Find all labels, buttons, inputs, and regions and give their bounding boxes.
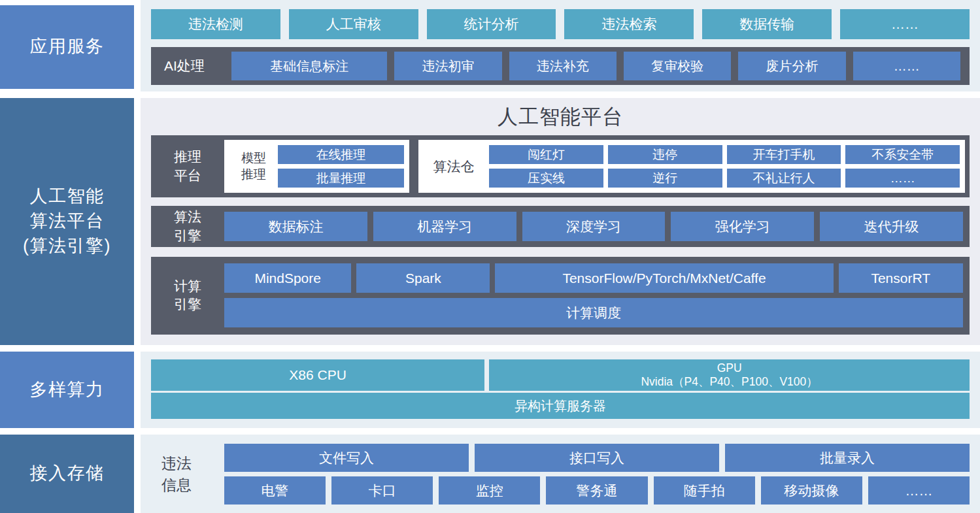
model-inference-buttons: 在线推理 批量推理: [278, 145, 404, 188]
sidebar-item-ai-algo-platform: 人工智能 算法平台 (算法引擎): [0, 98, 134, 345]
sidebar-label-line: (算法引擎): [23, 234, 111, 259]
block-red-light-running: 闯红灯: [489, 145, 603, 164]
sidebar-label-line: 人工智能: [30, 184, 105, 209]
block-checkpoint: 卡口: [331, 476, 433, 505]
block-compute-scheduling: 计算调度: [224, 298, 963, 327]
block-heterogeneous-server: 异构计算服务器: [151, 393, 970, 419]
frameworks-row: MindSpore Spark TensorFlow/PyTorch/MxNet…: [224, 263, 963, 293]
block-machine-learning: 机器学习: [373, 212, 516, 241]
ai-platform-architecture-diagram: 应用服务 违法检测 人工审核 统计分析 违法检索 数据传输 …… AI处理 基础…: [0, 0, 980, 513]
ai-platform-title: 人工智能平台: [151, 98, 970, 135]
storage-panel: 违法 信息 文件写入 接口写入 批量录入 电警 卡口 监控 警务通 随手拍 移动…: [141, 435, 980, 513]
algo-warehouse-grid: 闯红灯 违停 开车打手机 不系安全带 压实线 逆行 不礼让行人 ……: [489, 145, 960, 188]
block-online-inference: 在线推理: [278, 145, 404, 164]
block-waste-frame-analysis: 废片分析: [738, 52, 845, 80]
app-services-top-row: 违法检测 人工审核 统计分析 违法检索 数据传输 ……: [151, 9, 970, 39]
block-surveillance: 监控: [439, 476, 540, 505]
block-x86-cpu: X86 CPU: [151, 359, 484, 391]
block-basic-info-labeling: 基础信息标注: [231, 52, 387, 80]
block-more-ellipsis: ……: [845, 169, 960, 188]
block-spark: Spark: [356, 263, 490, 293]
algo-warehouse-box: 算法仓 闯红灯 违停 开车打手机 不系安全带 压实线 逆行 不礼让行人 ……: [418, 140, 965, 193]
inference-platform-row: 推理 平台 模型 推理 在线推理 批量推理 算法仓 闯红灯 违停 开车打手机: [151, 135, 970, 197]
app-services-panel: 违法检测 人工审核 统计分析 违法检索 数据传输 …… AI处理 基础信息标注 …: [141, 0, 980, 91]
block-recheck-verify: 复审校验: [624, 52, 731, 80]
sidebar-item-computing-power: 多样算力: [0, 352, 134, 428]
block-snapshot-app: 随手拍: [654, 476, 755, 505]
block-more-ellipsis: ……: [868, 476, 970, 505]
gpu-models-line: Nvidia（P4、P40、P100、V100）: [641, 375, 817, 389]
block-electronic-police: 电警: [224, 476, 326, 505]
algo-engine-buttons: 数据标注 机器学习 深度学习 强化学习 迭代升级: [224, 212, 963, 241]
sidebar-label: 应用服务: [30, 35, 105, 59]
block-solid-line-crossing: 压实线: [489, 169, 603, 188]
block-police-terminal: 警务通: [546, 476, 647, 505]
block-batch-inference: 批量推理: [278, 169, 404, 188]
algo-warehouse-label: 算法仓: [418, 157, 489, 175]
sidebar-label: 多样算力: [30, 378, 105, 403]
computing-power-panel: X86 CPU GPU Nvidia（P4、P40、P100、V100） 异构计…: [141, 352, 980, 428]
algo-engine-row: 算法 引擎 数据标注 机器学习 深度学习 强化学习 迭代升级: [151, 206, 970, 247]
block-reinforcement-learning: 强化学习: [671, 212, 814, 241]
sidebar-label: 接入存储: [30, 461, 105, 486]
block-phone-while-driving: 开车打手机: [727, 145, 841, 164]
model-inference-box: 模型 推理 在线推理 批量推理: [224, 140, 409, 193]
storage-buttons: 文件写入 接口写入 批量录入 电警 卡口 监控 警务通 随手拍 移动摄像 ……: [224, 444, 970, 505]
block-data-transfer: 数据传输: [702, 9, 832, 39]
data-sources-row: 电警 卡口 监控 警务通 随手拍 移动摄像 ……: [224, 476, 970, 505]
block-more-ellipsis: ……: [853, 52, 960, 80]
block-more-ellipsis: ……: [840, 9, 970, 39]
block-iterative-upgrade: 迭代升级: [820, 212, 963, 241]
block-tensorrt: TensorRT: [839, 263, 963, 293]
illegal-info-label: 违法 信息: [151, 444, 224, 505]
block-mobile-camera: 移动摄像: [761, 476, 862, 505]
sidebar-item-storage: 接入存储: [0, 435, 134, 513]
block-not-yielding-pedestrians: 不礼让行人: [727, 169, 841, 188]
algo-engine-label: 算法 引擎: [151, 208, 224, 245]
block-mindspore: MindSpore: [224, 263, 351, 293]
block-data-labeling: 数据标注: [224, 212, 367, 241]
block-manual-review: 人工审核: [289, 9, 418, 39]
block-tensorflow-pytorch-mxnet-caffe: TensorFlow/PyTorch/MxNet/Caffe: [495, 263, 833, 293]
processors-row: X86 CPU GPU Nvidia（P4、P40、P100、V100）: [151, 359, 970, 391]
block-statistical-analysis: 统计分析: [427, 9, 556, 39]
block-batch-entry: 批量录入: [725, 444, 970, 472]
compute-engine-buttons: MindSpore Spark TensorFlow/PyTorch/MxNet…: [224, 263, 963, 327]
compute-engine-row: 计算 引擎 MindSpore Spark TensorFlow/PyTorch…: [151, 257, 970, 335]
block-illegal-detection: 违法检测: [151, 9, 280, 39]
block-illegal-supplement: 违法补充: [509, 52, 617, 80]
block-wrong-way-driving: 逆行: [608, 169, 722, 188]
sidebar-item-app-services: 应用服务: [0, 5, 134, 89]
inference-platform-label: 推理 平台: [151, 148, 224, 185]
sidebar-label-line: 算法平台: [30, 209, 105, 234]
model-inference-label: 模型 推理: [229, 150, 278, 182]
block-illegal-search: 违法检索: [564, 9, 694, 39]
compute-engine-label: 计算 引擎: [151, 277, 224, 314]
block-gpu-nvidia: GPU Nvidia（P4、P40、P100、V100）: [489, 359, 970, 391]
block-no-seatbelt: 不系安全带: [845, 145, 960, 164]
block-file-write: 文件写入: [224, 444, 469, 472]
block-illegal-parking: 违停: [608, 145, 722, 164]
block-illegal-first-review: 违法初审: [394, 52, 501, 80]
gpu-line: GPU: [717, 361, 742, 375]
ai-platform-panel: 人工智能平台 推理 平台 模型 推理 在线推理 批量推理 算法仓 闯红: [141, 98, 980, 345]
ai-process-row: AI处理 基础信息标注 违法初审 违法补充 复审校验 废片分析 ……: [151, 47, 970, 85]
ai-process-label: AI处理: [164, 57, 224, 75]
block-api-write: 接口写入: [475, 444, 719, 472]
write-methods-row: 文件写入 接口写入 批量录入: [224, 444, 970, 472]
block-deep-learning: 深度学习: [522, 212, 666, 241]
